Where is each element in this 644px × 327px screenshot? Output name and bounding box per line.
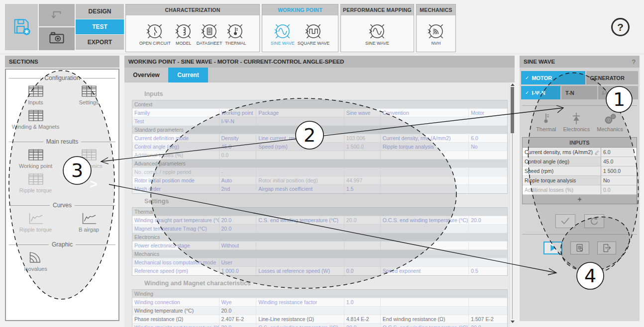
sidebar-item-label: Inputs	[28, 99, 43, 105]
settings-mechanics-button[interactable]: Mechanics	[597, 112, 623, 132]
table-cell: Magnet temperature Tmag (°C)	[132, 225, 219, 233]
tool-characterization-model[interactable]: MODEL	[173, 21, 195, 46]
table-cell: 1 500.0	[344, 143, 381, 151]
sidebar-item-electronics[interactable]: Electronics	[62, 148, 115, 169]
table-cell: Control angle (deg)	[132, 143, 219, 151]
table-row: Magnet temperature Tmag (°C)20.0	[132, 225, 507, 233]
table-cell: Motor	[469, 109, 507, 117]
table-cell	[256, 225, 344, 233]
tab-motor[interactable]: ✓MOTOR	[521, 71, 585, 84]
table-cell	[469, 117, 507, 125]
test-tab-i-n[interactable]: ✓I-Ψ-N	[521, 86, 560, 99]
table-row: Additional losses (%)0.0	[132, 151, 507, 160]
table-icon	[28, 109, 44, 122]
tab-overview[interactable]: Overview	[124, 68, 168, 82]
table-cell: Package	[256, 109, 344, 117]
table-cell: Rotor initial position mode	[132, 176, 219, 184]
input-label: Speed (rpm)	[523, 168, 601, 174]
report-button[interactable]	[570, 242, 589, 254]
tool-characterization-thermal[interactable]: THERMAL	[224, 21, 247, 46]
table-cell: C.S. end winding temperature (°C)	[256, 324, 344, 327]
table-cell: 2.407 E-2	[219, 315, 257, 323]
table-row: Mechanical loss computation modeUser	[132, 258, 507, 267]
table-cell: 0.0	[219, 151, 257, 159]
table-cell: User	[219, 258, 257, 266]
undo-button[interactable]	[39, 4, 75, 26]
run-test-button[interactable]	[543, 242, 562, 254]
screenshot-button[interactable]	[39, 27, 75, 50]
table-cell	[381, 117, 469, 125]
table-cell: Sine wave	[344, 109, 381, 117]
tool-performance-mapping-sine-wave[interactable]: SINE WAVE	[364, 21, 390, 46]
tool-characterization-open-circuit[interactable]: OPEN CIRCUIT	[138, 21, 172, 46]
table-cell: Power electronics stage	[132, 242, 219, 249]
tool-characterization-datasheet[interactable]: DATASHEET	[196, 21, 223, 46]
table-cell: 20.0	[219, 216, 257, 224]
table-subsection-row: Winding	[132, 290, 507, 298]
toolbar-group-characterization: CHARACTERIZATION OPEN CIRCUIT MODEL DATA…	[125, 4, 260, 52]
input-value[interactable]: 1 500.0	[601, 166, 637, 175]
export-button[interactable]	[597, 242, 616, 254]
side-help-button[interactable]: ?	[632, 58, 636, 66]
camera-icon	[48, 29, 65, 48]
table-cell: Additional losses (%)	[132, 151, 219, 159]
checkmark-icon	[560, 216, 571, 226]
sidebar-item-working-point[interactable]: Working point	[9, 148, 62, 169]
reset-arrow-icon	[589, 216, 600, 226]
test-tab-t-n[interactable]: T-N	[561, 86, 597, 99]
mode-tab-export[interactable]: EXPORT	[76, 35, 124, 50]
sidebar-item-winding-magnets[interactable]: Winding & Magnets	[9, 109, 62, 130]
table-cell: End winding resistance (Ω)	[381, 315, 469, 323]
table-subsection-row: Standard parameters	[132, 126, 507, 134]
settings-electronics-button[interactable]: Electronics	[563, 112, 590, 132]
settings-thermal-button[interactable]: Thermal	[536, 112, 556, 132]
sidebar-item-inputs[interactable]: Inputs	[9, 84, 62, 105]
reset-button[interactable]	[584, 214, 604, 228]
input-value[interactable]: No	[601, 176, 637, 185]
help-button[interactable]: ?	[611, 18, 630, 36]
table-cell: Mechanical loss computation mode	[132, 258, 219, 266]
expand-chevron[interactable]: >	[88, 177, 100, 191]
scroll-up-arrow[interactable]	[511, 83, 515, 86]
scroll-down-arrow[interactable]	[511, 321, 515, 323]
table-cell: Without	[219, 242, 257, 249]
input-value[interactable]: 0.0	[601, 185, 637, 194]
validate-button[interactable]	[555, 214, 575, 228]
sidebar-item-label: Electronics	[76, 163, 103, 169]
check-icon: ✓	[525, 90, 529, 95]
settings-icon-label: Thermal	[536, 126, 556, 132]
help-label: ?	[617, 21, 624, 33]
table-cell	[381, 225, 469, 233]
table-cell: 20.0	[344, 216, 381, 224]
add-input-button[interactable]: +	[523, 195, 637, 204]
thermometer-icon	[538, 112, 553, 125]
mode-tab-design[interactable]: DESIGN	[76, 4, 124, 19]
table-cell	[344, 151, 381, 159]
save-button[interactable]	[5, 4, 38, 50]
section-title-winding-and-magnet-characteristics: Winding and Magnet characteristics	[144, 280, 510, 287]
sidebar-item-ripple-torque[interactable]: Ripple torque	[9, 172, 62, 193]
save-icon	[12, 17, 31, 38]
table-cell	[469, 176, 507, 184]
tab-generator[interactable]: GENERATOR	[586, 71, 638, 84]
test-tab-i-u[interactable]: I-U	[598, 86, 638, 99]
tool-mechanics-nvh[interactable]: NVH	[425, 21, 447, 46]
scrollbar[interactable]	[509, 82, 515, 324]
mode-tab-test[interactable]: TEST	[76, 19, 124, 34]
report-document-icon	[574, 243, 585, 253]
table-cell	[469, 225, 507, 233]
tool-working-point-square-wave[interactable]: SQUARE WAVE	[297, 21, 331, 46]
input-value[interactable]: 6.0	[601, 148, 637, 157]
tool-working-point-sine-wave[interactable]: SINE WAVE	[270, 21, 296, 46]
table-cell: 103.006	[344, 134, 381, 142]
sidebar-item-settings[interactable]: Settings	[62, 84, 115, 105]
main-tabs: OverviewCurrent	[124, 68, 515, 82]
sidebar-item-ripple-torque[interactable]: Ripple torque	[9, 212, 62, 233]
sidebar-item-b-airgap[interactable]: B airgap	[62, 212, 115, 233]
table-cell: Density	[219, 134, 257, 142]
tab-current[interactable]: Current	[168, 68, 208, 82]
scrollbar-thumb[interactable]	[511, 87, 514, 133]
input-value[interactable]: 45.0	[601, 157, 637, 166]
sidebar-item-isovalues[interactable]: Isovalues	[9, 251, 62, 272]
side-panel-title: SINE WAVE	[524, 59, 555, 65]
